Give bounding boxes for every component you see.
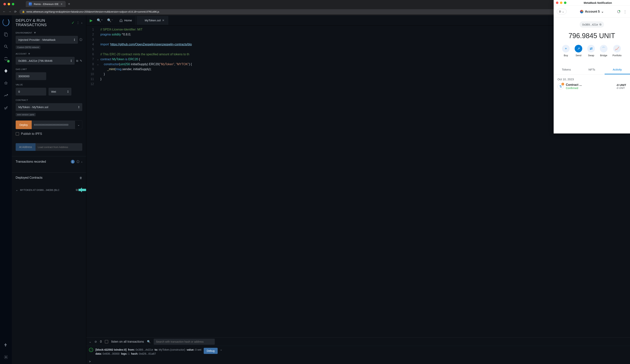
mm-titlebar: MetaMask Notification — [554, 0, 630, 6]
terminal-toggle-icon[interactable]: ⌄ — [89, 340, 92, 344]
mm-minimize[interactable] — [560, 1, 562, 4]
expand-contract-icon[interactable]: ⌄ — [16, 188, 18, 192]
listen-checkbox[interactable] — [105, 340, 108, 344]
mm-menu-icon[interactable]: ⋮ — [623, 9, 627, 14]
mm-txn-subamount: -0 UNIT — [616, 87, 626, 89]
terminal-search-input[interactable] — [154, 339, 215, 345]
publish-ipfs-row[interactable]: Publish to IPFS — [16, 132, 82, 136]
value-unit-select[interactable]: Wei ▲▼ — [48, 88, 72, 96]
mm-window-title: MetaMask Notification — [568, 1, 628, 4]
tx-info-icon[interactable]: ⓘ — [76, 160, 80, 164]
gas-limit-input[interactable] — [16, 72, 46, 80]
mm-account-selector[interactable]: Account 5 ⌄ — [580, 10, 604, 13]
tx-chevron-icon[interactable]: › — [81, 160, 82, 164]
copy-icon[interactable]: ⧉ — [600, 23, 601, 26]
mm-network-selector[interactable]: D ⌄ — [557, 9, 566, 14]
environment-select[interactable]: Injected Provider - MetaMask ▲▼ — [16, 36, 78, 44]
file-explorer-icon[interactable] — [2, 31, 9, 38]
metamask-popup: MetaMask Notification D ⌄ Account 5 ⌄ ⋮ … — [554, 0, 630, 134]
url-input[interactable]: 🔒 remix.ethereum.org/#lang=en&optimize=f… — [19, 9, 627, 14]
at-address-input[interactable] — [36, 143, 82, 151]
code-content: // SPDX-License-Identifier: MIT pragma s… — [100, 27, 630, 337]
mm-tab-nfts[interactable]: NFTs — [579, 65, 604, 74]
search-icon[interactable] — [2, 43, 9, 50]
zoom-out-icon[interactable]: 🔍⁻ — [106, 17, 115, 24]
analytics-icon[interactable] — [2, 92, 9, 99]
new-tab-button[interactable]: + — [68, 2, 70, 6]
account-select[interactable]: 0x3B9...A421e (796.98446 ▲▼ — [16, 57, 75, 65]
mm-send-button[interactable]: ↗Send — [575, 45, 582, 57]
tx-success-icon: ✓ — [89, 348, 93, 352]
run-icon[interactable]: ▶ — [88, 16, 94, 24]
debug-button[interactable]: Debug — [204, 348, 218, 354]
back-button[interactable]: ← — [3, 10, 6, 13]
filter-icon[interactable] — [34, 32, 36, 34]
browser-chrome: Remix - Ethereum IDE ✕ + ← → ⟳ 🔒 remix.e… — [0, 0, 630, 15]
file-tab[interactable]: MyToken.sol ✕ — [137, 16, 168, 25]
browser-tab[interactable]: Remix - Ethereum IDE ✕ — [26, 1, 66, 7]
mm-maximize[interactable] — [564, 1, 566, 4]
edit-account-icon[interactable]: ✎ — [80, 59, 82, 63]
mm-close[interactable] — [556, 1, 558, 4]
svg-line-3 — [6, 47, 8, 48]
home-tab[interactable]: Home — [116, 16, 136, 25]
close-tab-icon[interactable]: ✕ — [60, 3, 62, 5]
panel-menu-icon[interactable]: ⋮ — [76, 21, 80, 24]
maximize-window[interactable] — [12, 3, 14, 5]
mm-tabs: Tokens NFTs Activity — [554, 65, 630, 75]
tx-log[interactable]: [block:422592 txIndex:0] from: 0x3B9...A… — [96, 348, 202, 356]
forward-button[interactable]: → — [8, 10, 12, 13]
panel-chevron-icon[interactable]: › — [81, 21, 82, 24]
value-input[interactable] — [16, 88, 46, 96]
deployed-contract-item[interactable]: ⌄ MYTOKEN AT 0X980...34EB6 (BLC ⧉ ✕ — [16, 186, 82, 193]
mm-bridge-button[interactable]: ⌒Bridge — [600, 45, 608, 57]
expand-args-icon[interactable]: ⌄ — [75, 121, 82, 129]
svg-point-2 — [4, 45, 7, 47]
mm-swap-button[interactable]: ⇄Swap — [587, 45, 595, 57]
select-arrows-icon: ▲▼ — [70, 59, 72, 62]
add-account-icon[interactable]: ⊕ — [28, 52, 30, 55]
mm-portfolio-button[interactable]: 📈Portfolio — [612, 45, 622, 57]
deploy-icon[interactable] — [2, 67, 9, 74]
terminal-prompt[interactable]: > — [86, 359, 630, 364]
zoom-in-icon[interactable]: 🔍⁺ — [95, 17, 104, 24]
transactions-recorded-row[interactable]: Transactions recorded 1 ⓘ › — [12, 156, 86, 167]
constructor-args-input[interactable] — [32, 121, 75, 129]
verify-icon[interactable] — [2, 104, 9, 111]
select-arrows-icon: ▲▼ — [74, 38, 75, 41]
mm-globe-icon[interactable] — [617, 10, 620, 13]
line-numbers: 123456789101112 — [86, 27, 96, 337]
close-window[interactable] — [4, 3, 6, 5]
copy-account-icon[interactable]: ⧉ — [76, 59, 78, 63]
mm-buy-button[interactable]: +Buy — [562, 45, 570, 57]
compile-success-badge: ✓ — [7, 60, 10, 63]
lock-icon: 🔒 — [22, 10, 25, 13]
terminal-search-icon[interactable]: 🔍 — [147, 340, 151, 344]
mm-tab-tokens[interactable]: Tokens — [554, 65, 579, 74]
settings-icon[interactable] — [2, 354, 9, 361]
chart-icon: 📈 — [613, 45, 621, 52]
code-editor[interactable]: 123456789101112 ⌄⌄ // SPDX-License-Ident… — [86, 25, 630, 337]
publish-ipfs-checkbox[interactable] — [16, 132, 19, 136]
remix-logo[interactable] — [2, 19, 9, 25]
mm-tab-activity[interactable]: Activity — [604, 65, 630, 74]
contract-select[interactable]: MyToken - MyToken.sol ▲▼ — [16, 103, 82, 111]
mm-address-pill[interactable]: 0x3B9...421e ⧉ — [580, 21, 604, 28]
minimize-window[interactable] — [8, 3, 10, 5]
expand-log-icon[interactable]: ⌄ — [220, 348, 222, 351]
swap-icon: ⇄ — [587, 45, 595, 52]
network-chip: Custom (5678) network — [16, 46, 40, 49]
compiler-icon[interactable]: ✓ — [2, 55, 9, 62]
plugin-icon[interactable] — [2, 342, 9, 348]
debugger-icon[interactable] — [2, 80, 9, 87]
terminal-clear-icon[interactable]: ⊘ — [94, 340, 97, 344]
at-address-button[interactable]: At Address — [16, 143, 36, 151]
mm-transaction-item[interactable]: ⇅D Contract ... Confirmed -0 UNIT -0 UNI… — [558, 83, 626, 90]
mm-actions: +Buy ↗Send ⇄Swap ⌒Bridge 📈Portfolio — [558, 45, 626, 57]
copy-address-icon[interactable]: ⧉ — [76, 188, 78, 192]
deploy-button[interactable]: Deploy — [16, 121, 32, 129]
env-info-icon[interactable]: ⓘ — [80, 38, 82, 41]
reload-button[interactable]: ⟳ — [14, 10, 16, 13]
trash-icon[interactable]: 🗑 — [80, 176, 82, 180]
close-file-icon[interactable]: ✕ — [162, 19, 164, 22]
